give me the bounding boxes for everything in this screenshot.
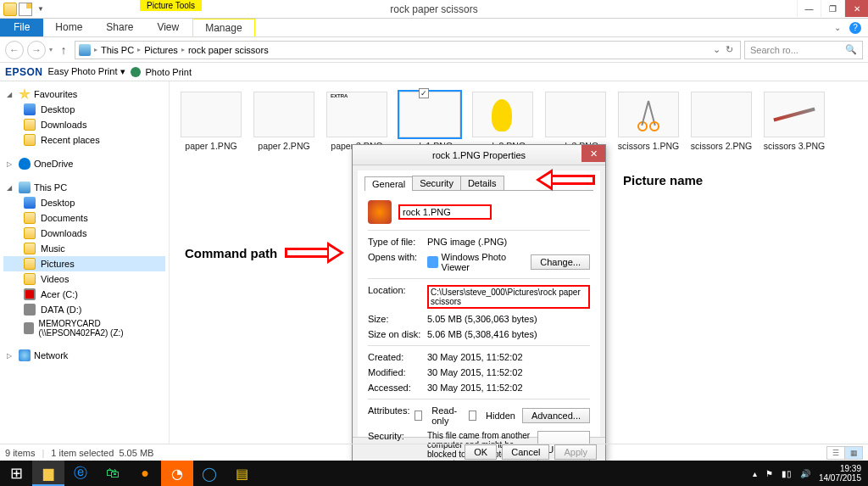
help-icon[interactable]: ? [849,22,861,34]
tray-clock[interactable]: 19:39 14/07/2015 [819,464,861,483]
quick-access-toolbar: ▼ [0,3,51,16]
file-item[interactable]: paper 2.PNG [249,92,319,151]
status-size: 5.05 MB [119,448,153,458]
taskbar-app-circle[interactable]: ◯ [193,461,225,486]
thispc-icon [19,182,31,193]
nav-pc-memcard[interactable]: MEMORYCARD (\\EPSON402FA2) (Z:) [3,317,165,339]
crumb-folder[interactable]: rock paper scissors [188,45,269,55]
new-folder-icon[interactable] [19,3,32,16]
file-tab[interactable]: File [0,19,43,36]
dialog-titlebar[interactable]: rock 1.PNG Properties ✕ [353,145,605,165]
crumb-pictures[interactable]: Pictures [144,45,178,55]
nav-onedrive[interactable]: ▷OneDrive [3,156,165,171]
close-button[interactable]: ✕ [844,0,868,17]
taskbar-app-orange[interactable]: ◔ [161,461,193,486]
tray-up-icon[interactable]: ▴ [753,469,757,478]
crumb-thispc[interactable]: This PC [101,45,134,55]
nav-fav-desktop[interactable]: Desktop [3,102,165,117]
details-view-button[interactable]: ☰ [826,446,845,460]
file-item[interactable]: scissors 3.PNG [760,92,829,151]
location-value: C:\Users\steve_000\Pictures\rock paper s… [427,285,590,309]
file-item[interactable]: scissors 2.PNG [687,92,756,151]
nav-thispc[interactable]: ◢This PC [3,180,165,195]
properties-dialog: rock 1.PNG Properties ✕ General Security… [352,144,606,466]
epson-easy-print[interactable]: Easy Photo Print ▾ [48,66,125,77]
file-item[interactable]: rock 3.PNG [541,92,610,151]
nav-forward-button[interactable]: → [27,41,46,59]
qat-dropdown-icon[interactable]: ▼ [34,5,47,13]
nav-pc-desktop[interactable]: Desktop [3,195,165,210]
taskbar-store[interactable]: 🛍 [97,461,129,486]
hidden-checkbox[interactable] [469,411,476,421]
nav-pc-documents[interactable]: Documents [3,210,165,226]
readonly-checkbox[interactable] [415,411,422,421]
nav-up-button[interactable]: ↑ [56,43,71,57]
taskbar-explorer[interactable]: ▆ [32,461,64,486]
annotation-label-path: Command path [185,246,277,260]
ribbon-tabs: File Home Share View Manage ⌄ ? [0,19,868,37]
nav-pc-downloads[interactable]: Downloads [3,226,165,241]
nav-history-dropdown[interactable]: ▾ [49,46,53,53]
search-input[interactable]: Search ro... 🔍 [744,41,863,59]
thumbnails-view-button[interactable]: ▦ [844,446,863,460]
window-title: rock paper scissors [390,3,477,15]
nav-pc-acer[interactable]: Acer (C:) [3,287,165,302]
tab-general[interactable]: General [364,176,413,191]
nav-fav-recent[interactable]: Recent places [3,132,165,148]
tab-manage[interactable]: Manage [192,19,254,36]
network-icon [19,349,31,361]
taskbar-ie[interactable]: ⓔ [64,461,97,486]
nav-pc-pictures[interactable]: Pictures [3,256,165,271]
nav-pc-data[interactable]: DATA (D:) [3,302,165,317]
status-item-count: 9 items [5,448,35,458]
tab-share[interactable]: Share [94,19,145,36]
nav-favourites[interactable]: ◢Favourites [3,87,165,102]
taskbar-firefox[interactable]: ● [129,461,161,486]
address-field[interactable]: ▸ This PC ▸ Pictures ▸ rock paper scisso… [75,41,741,59]
nav-fav-downloads[interactable]: Downloads [3,117,165,132]
epson-photo-icon [131,67,141,77]
minimize-button[interactable]: — [797,0,821,17]
tray-network-icon[interactable]: ▮▯ [782,469,792,478]
desktop-icon [24,103,36,115]
tab-security[interactable]: Security [412,176,461,190]
thispc-icon [79,44,91,56]
nav-pc-videos[interactable]: Videos [3,271,165,287]
nav-pc-music[interactable]: Music [3,241,165,256]
folder-icon[interactable] [3,3,17,16]
window-titlebar: ▼ Picture Tools rock paper scissors — ❐ … [0,0,868,19]
tab-view[interactable]: View [145,19,191,36]
taskbar-app-note[interactable]: ▤ [225,461,258,486]
annotation-label-name: Picture name [623,173,703,187]
file-item[interactable]: rock 2.PNG [468,92,537,151]
search-placeholder: Search ro... [750,45,798,55]
ribbon-expand-icon[interactable]: ⌄ [834,23,841,32]
maximize-button[interactable]: ❐ [821,0,844,17]
dialog-close-button[interactable]: ✕ [581,145,605,162]
nav-network[interactable]: ▷Network [3,348,165,363]
folder-icon [24,119,36,131]
start-button[interactable]: ⊞ [0,461,32,486]
viewer-icon [427,256,438,268]
tab-home[interactable]: Home [43,19,94,36]
star-icon [19,88,31,100]
status-bar: 9 items | 1 item selected 5.05 MB ☰ ▦ [0,444,868,461]
epson-photo-print[interactable]: Photo Print [146,67,192,77]
change-button[interactable]: Change... [531,254,590,270]
tab-details[interactable]: Details [460,176,504,190]
tray-flag-icon[interactable]: ⚑ [765,469,773,478]
refresh-icon[interactable]: ↻ [726,44,733,55]
file-item[interactable]: paper 1.PNG [176,92,246,151]
file-item[interactable]: scissors 1.PNG [614,92,683,151]
advanced-button[interactable]: Advanced... [522,408,590,423]
checkbox-icon[interactable]: ✓ [419,88,429,98]
file-item-selected[interactable]: ✓rock 1.PNG [395,92,465,151]
filename-input[interactable] [398,204,492,220]
address-bar: ← → ▾ ↑ ▸ This PC ▸ Pictures ▸ rock pape… [0,37,868,63]
address-dropdown-icon[interactable]: ⌄ [713,44,721,55]
nav-back-button[interactable]: ← [5,41,24,59]
tray-volume-icon[interactable]: 🔊 [800,469,810,478]
recent-icon [24,134,36,146]
annotation-arrow-name [536,170,595,189]
file-item[interactable]: paper 3.PNG [322,92,392,151]
